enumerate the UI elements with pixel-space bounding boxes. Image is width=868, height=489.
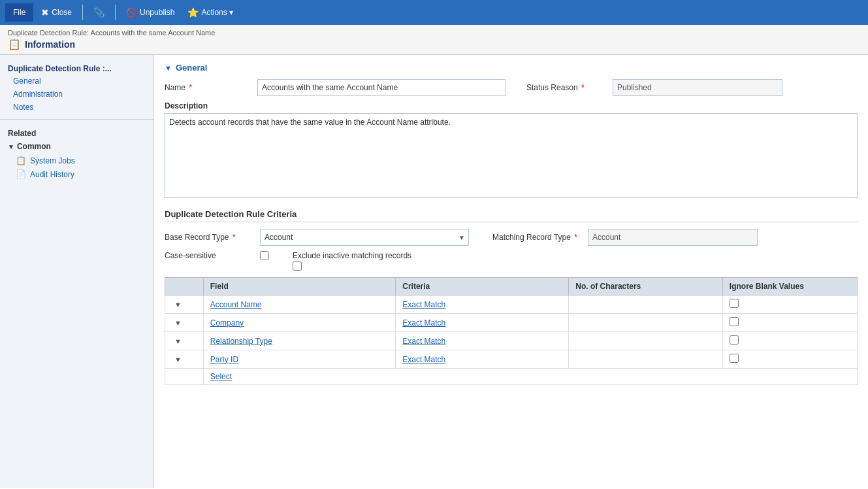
page-title-row: 📋 Information: [8, 38, 860, 50]
system-jobs-icon: 📋: [16, 156, 26, 165]
table-row: ▼ Party ID Exact Match: [165, 350, 858, 369]
criteria-table: Field Criteria No. of Characters Ignore …: [165, 277, 858, 385]
breadcrumb: Duplicate Detection Rule: Accounts with …: [8, 29, 860, 37]
field-link-2[interactable]: Company: [210, 318, 244, 328]
status-input: [613, 79, 782, 96]
case-sensitive-checkbox[interactable]: [260, 251, 269, 260]
criteria-cell-4: Exact Match: [396, 350, 569, 369]
expand-cell-4: ▼: [165, 350, 204, 369]
sidebar-item-administration[interactable]: Administration: [0, 88, 153, 101]
actions-button[interactable]: ⭐ Actions ▾: [182, 3, 238, 22]
record-type-row: Base Record Type * Account ▼ Matching Re…: [165, 229, 858, 246]
field-link-1[interactable]: Account Name: [210, 300, 262, 309]
general-arrow-icon: ▼: [165, 64, 172, 72]
criteria-link-4[interactable]: Exact Match: [402, 355, 445, 364]
field-cell-1: Account Name: [203, 295, 395, 314]
ignore-checkbox-2[interactable]: [730, 317, 739, 326]
separator-2: [115, 5, 116, 20]
matching-required: *: [574, 233, 577, 242]
actions-label: Actions ▾: [201, 8, 233, 17]
sidebar-item-system-jobs[interactable]: 📋 System Jobs: [0, 154, 153, 167]
ignore-checkbox-3[interactable]: [730, 335, 739, 345]
criteria-link-1[interactable]: Exact Match: [402, 300, 445, 309]
ignore-checkbox-4[interactable]: [730, 354, 739, 363]
base-record-label: Base Record Type *: [165, 233, 249, 242]
general-section-heading: ▼ General: [165, 63, 858, 73]
status-label: Status Reason *: [526, 83, 605, 92]
page-header: Duplicate Detection Rule: Accounts with …: [0, 25, 868, 55]
field-link-3[interactable]: Relationship Type: [210, 337, 272, 346]
criteria-cell-3: Exact Match: [396, 332, 569, 350]
page-title-icon: 📋: [8, 38, 21, 50]
exclude-inactive-checkbox[interactable]: [293, 261, 302, 271]
exclude-inactive-label: Exclude inactive matching records: [293, 251, 411, 260]
page-title: Information: [25, 39, 75, 50]
unpublish-icon: 🚫: [126, 7, 137, 18]
chars-cell-4: [569, 350, 723, 369]
field-link-4[interactable]: Party ID: [210, 355, 238, 364]
criteria-link-3[interactable]: Exact Match: [402, 337, 445, 346]
ignore-cell-3: [722, 332, 857, 350]
sidebar-item-general[interactable]: General: [0, 75, 153, 88]
audit-history-label: Audit History: [30, 170, 74, 179]
select-link[interactable]: Select: [210, 372, 232, 381]
chars-cell-3: [569, 332, 723, 350]
col-field-header: Field: [203, 278, 395, 295]
system-jobs-label: System Jobs: [30, 156, 75, 165]
matching-record-label: Matching Record Type *: [492, 233, 577, 242]
select-cell: Select: [203, 369, 857, 385]
file-button[interactable]: File: [5, 3, 33, 22]
case-sensitive-label: Case-sensitive: [165, 251, 249, 260]
sidebar-common-header[interactable]: ▼ Common: [0, 139, 153, 154]
actions-icon: ⭐: [187, 7, 199, 18]
ignore-checkbox-1[interactable]: [730, 299, 739, 308]
unpublish-button[interactable]: 🚫 Unpublish: [121, 3, 180, 22]
table-row: ▼ Relationship Type Exact Match: [165, 332, 858, 350]
name-required: *: [189, 83, 192, 92]
general-section-title: General: [176, 63, 207, 73]
criteria-section: Duplicate Detection Rule Criteria Base R…: [165, 209, 858, 385]
base-record-select-wrapper: Account ▼: [260, 229, 469, 246]
field-cell-4: Party ID: [203, 350, 395, 369]
criteria-link-2[interactable]: Exact Match: [402, 318, 445, 328]
separator-1: [82, 5, 83, 20]
content-area: ▼ General Name * Status Reason * Descrip…: [154, 55, 868, 488]
unpublish-label: Unpublish: [140, 8, 174, 17]
criteria-cell-2: Exact Match: [396, 314, 569, 332]
sidebar-item-audit-history[interactable]: 📄 Audit History: [0, 167, 153, 181]
status-required: *: [581, 83, 585, 92]
chars-cell-2: [569, 314, 723, 332]
exclude-inactive-group: Exclude inactive matching records: [293, 251, 411, 271]
sidebar-common-label: Common: [17, 142, 51, 151]
sidebar-item-notes[interactable]: Notes: [0, 101, 153, 114]
base-record-select[interactable]: Account: [260, 229, 469, 246]
expand-button-1[interactable]: ▼: [172, 301, 184, 309]
expand-button-3[interactable]: ▼: [172, 337, 184, 345]
close-button[interactable]: ✖ Close: [36, 3, 77, 22]
sidebar-divider: [0, 119, 153, 120]
exclude-inactive-wrapper: [293, 261, 411, 271]
close-label: Close: [52, 8, 72, 17]
select-expand-cell: [165, 369, 204, 385]
name-input[interactable]: [257, 79, 506, 96]
description-textarea[interactable]: Detects account records that have the sa…: [165, 113, 858, 198]
base-required: *: [233, 233, 236, 242]
col-expand-header: [165, 278, 204, 295]
expand-button-2[interactable]: ▼: [172, 319, 184, 327]
ignore-cell-1: [722, 295, 857, 314]
attachment-button[interactable]: 📎: [88, 3, 110, 22]
expand-cell-3: ▼: [165, 332, 204, 350]
description-label: Description: [165, 101, 858, 110]
criteria-title: Duplicate Detection Rule Criteria: [165, 209, 858, 222]
main-layout: Duplicate Detection Rule :... General Ad…: [0, 55, 868, 488]
name-label: Name *: [165, 83, 249, 92]
expand-button-4[interactable]: ▼: [172, 356, 184, 363]
close-icon: ✖: [41, 7, 49, 18]
table-row: ▼ Company Exact Match: [165, 314, 858, 332]
attachment-icon: 📎: [93, 7, 104, 18]
expand-cell-1: ▼: [165, 295, 204, 314]
criteria-table-body: ▼ Account Name Exact Match: [165, 295, 858, 385]
sidebar-section-title: Duplicate Detection Rule :...: [0, 60, 153, 75]
table-row: ▼ Account Name Exact Match: [165, 295, 858, 314]
expand-cell-2: ▼: [165, 314, 204, 332]
